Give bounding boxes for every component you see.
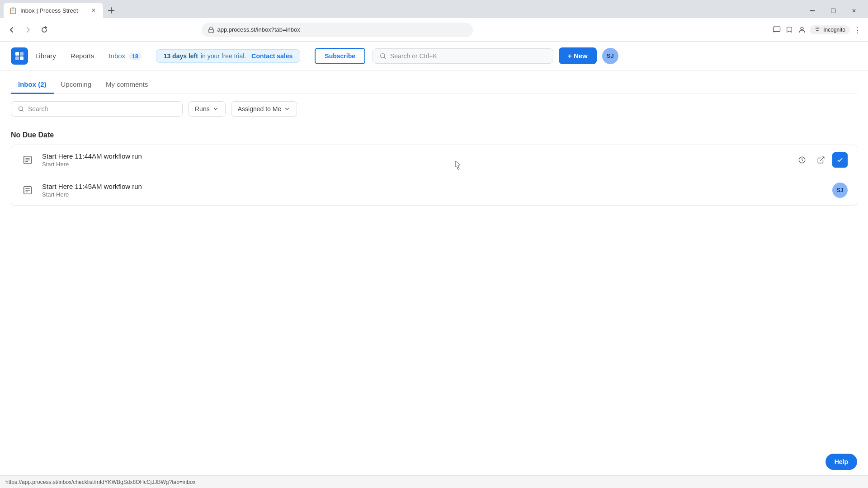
svg-rect-2 bbox=[774, 27, 780, 32]
refresh-button[interactable] bbox=[38, 23, 51, 36]
tab-my-comments[interactable]: My comments bbox=[99, 76, 155, 94]
nav-links: Library Reports Inbox 18 bbox=[28, 48, 149, 63]
table-row[interactable]: Start Here 11:45AM workflow run Start He… bbox=[11, 175, 857, 205]
task-checklist-icon bbox=[20, 153, 35, 167]
profile-icon[interactable] bbox=[797, 25, 807, 35]
tab-close-button[interactable]: ✕ bbox=[90, 6, 98, 14]
app-container: Library Reports Inbox 18 13 days left in… bbox=[0, 42, 868, 488]
svg-rect-1 bbox=[831, 9, 835, 13]
task-info: Start Here 11:45AM workflow run Start He… bbox=[42, 183, 832, 198]
url-text: app.process.st/inbox?tab=inbox bbox=[217, 26, 300, 33]
bookmark-icon[interactable] bbox=[784, 25, 794, 35]
trial-bold-text: 13 days left bbox=[164, 52, 198, 60]
trial-banner: 13 days left in your free trial. Contact… bbox=[156, 49, 301, 63]
task-checklist-icon bbox=[20, 183, 35, 197]
filters-row: Runs Assigned to Me bbox=[11, 94, 857, 124]
address-bar-row: app.process.st/inbox?tab=inbox Incognito… bbox=[0, 18, 868, 42]
tab-favicon: 📋 bbox=[9, 7, 17, 14]
menu-icon[interactable]: ⋮ bbox=[853, 25, 863, 35]
back-button[interactable] bbox=[5, 23, 18, 36]
task-subtitle: Start Here bbox=[42, 191, 832, 198]
runs-chevron-down-icon bbox=[212, 106, 219, 112]
trial-rest-text: in your free trial. bbox=[201, 52, 246, 60]
incognito-label: Incognito bbox=[823, 27, 845, 33]
task-title: Start Here 11:44AM workflow run bbox=[42, 152, 794, 160]
svg-rect-0 bbox=[810, 10, 815, 11]
assigned-chevron-down-icon bbox=[284, 106, 290, 112]
lock-icon bbox=[208, 27, 214, 33]
svg-rect-6 bbox=[15, 56, 19, 60]
task-subtitle: Start Here bbox=[42, 161, 794, 168]
task-search-input[interactable] bbox=[28, 105, 176, 113]
inbox-count-badge: 18 bbox=[129, 53, 141, 60]
tab-inbox[interactable]: Inbox (2) bbox=[11, 76, 54, 94]
user-avatar[interactable]: SJ bbox=[602, 48, 618, 64]
task-info: Start Here 11:44AM workflow run Start He… bbox=[42, 152, 794, 168]
global-search-placeholder: Search or Ctrl+K bbox=[390, 52, 437, 60]
svg-point-8 bbox=[381, 53, 385, 57]
top-nav: Library Reports Inbox 18 13 days left in… bbox=[0, 42, 868, 70]
task-list: Start Here 11:44AM workflow run Start He… bbox=[11, 145, 857, 206]
inbox-nav-link[interactable]: Inbox 18 bbox=[101, 48, 148, 63]
address-bar[interactable]: app.process.st/inbox?tab=inbox bbox=[202, 23, 473, 37]
assigned-filter-dropdown[interactable]: Assigned to Me bbox=[231, 101, 297, 117]
complete-button[interactable] bbox=[832, 152, 848, 168]
runs-filter-dropdown[interactable]: Runs bbox=[188, 101, 226, 117]
minimize-button[interactable] bbox=[802, 4, 823, 18]
reports-nav-link[interactable]: Reports bbox=[63, 48, 102, 63]
maximize-button[interactable] bbox=[823, 4, 844, 18]
incognito-button[interactable]: Incognito bbox=[810, 25, 850, 34]
task-search-icon bbox=[18, 105, 24, 113]
forward-button[interactable] bbox=[22, 23, 34, 36]
svg-rect-5 bbox=[20, 52, 24, 56]
cast-icon[interactable] bbox=[772, 25, 782, 35]
subscribe-button[interactable]: Subscribe bbox=[315, 48, 365, 64]
task-content: No Due Date Start bbox=[11, 124, 857, 213]
main-content: Inbox (2) Upcoming My comments Runs Assi… bbox=[0, 70, 868, 475]
task-actions bbox=[794, 152, 848, 168]
svg-rect-4 bbox=[15, 52, 19, 56]
library-nav-link[interactable]: Library bbox=[28, 48, 63, 63]
browser-tab[interactable]: 📋 Inbox | Process Street ✕ bbox=[4, 3, 103, 18]
task-search-box[interactable] bbox=[11, 101, 183, 117]
browser-window: 📋 Inbox | Process Street ✕ ✕ bbox=[0, 0, 868, 488]
assigned-filter-label: Assigned to Me bbox=[238, 105, 282, 113]
new-button[interactable]: + New bbox=[559, 47, 597, 64]
tab-upcoming[interactable]: Upcoming bbox=[54, 76, 99, 94]
runs-filter-label: Runs bbox=[195, 105, 210, 113]
help-button[interactable]: Help bbox=[826, 454, 857, 470]
task-title: Start Here 11:45AM workflow run bbox=[42, 183, 832, 190]
clock-button[interactable] bbox=[794, 152, 810, 168]
global-search-box[interactable]: Search or Ctrl+K bbox=[373, 48, 553, 64]
status-bar: https://app.process.st/inbox/checklist/m… bbox=[0, 475, 868, 488]
avatar: SJ bbox=[832, 183, 848, 198]
svg-point-9 bbox=[19, 107, 23, 111]
task-actions: SJ bbox=[832, 183, 848, 198]
new-tab-button[interactable] bbox=[105, 4, 118, 17]
inbox-tabs: Inbox (2) Upcoming My comments bbox=[11, 70, 857, 94]
close-window-button[interactable]: ✕ bbox=[844, 4, 864, 18]
svg-point-3 bbox=[801, 27, 803, 30]
contact-sales-link[interactable]: Contact sales bbox=[251, 52, 292, 60]
table-row[interactable]: Start Here 11:44AM workflow run Start He… bbox=[11, 145, 857, 175]
external-link-button[interactable] bbox=[813, 152, 829, 168]
section-title: No Due Date bbox=[11, 131, 857, 139]
svg-rect-7 bbox=[20, 56, 24, 60]
app-logo[interactable] bbox=[11, 47, 28, 65]
search-icon bbox=[379, 52, 387, 60]
tab-title: Inbox | Process Street bbox=[20, 7, 86, 14]
status-url: https://app.process.st/inbox/checklist/m… bbox=[5, 479, 196, 485]
